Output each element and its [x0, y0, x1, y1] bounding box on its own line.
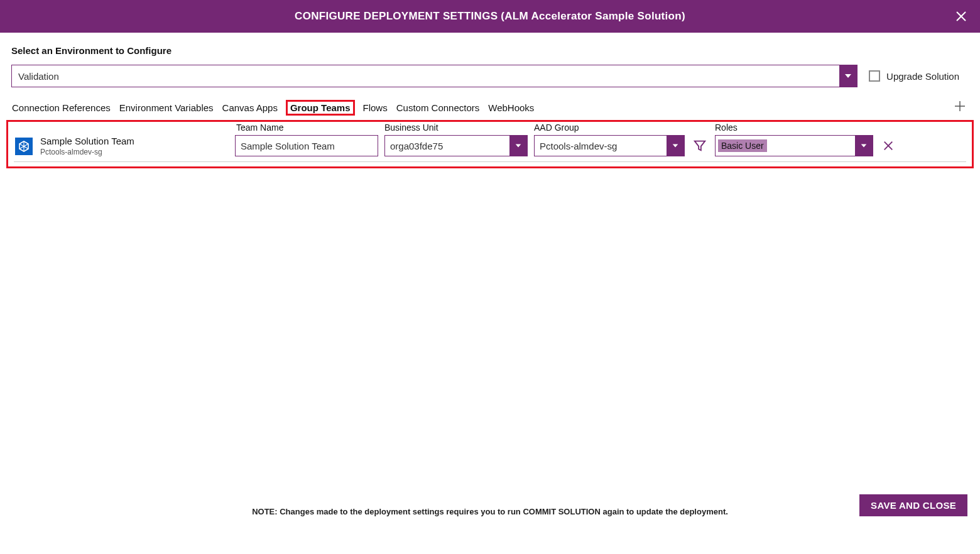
business-unit-value: orga03fde75	[385, 136, 509, 156]
business-unit-caret[interactable]	[509, 136, 527, 156]
chevron-down-icon	[860, 142, 868, 149]
close-icon	[883, 140, 894, 151]
tabs-row: Connection References Environment Variab…	[11, 99, 969, 116]
upgrade-solution-toggle[interactable]: Upgrade Solution	[869, 70, 969, 82]
environment-select-value: Validation	[12, 65, 839, 87]
tab-group-teams[interactable]: Group Teams	[286, 100, 355, 116]
dialog-header: CONFIGURE DEPLOYMENT SETTINGS (ALM Accel…	[0, 0, 980, 33]
plus-icon	[954, 100, 966, 112]
team-title: Sample Solution Team	[40, 136, 134, 146]
aad-group-select[interactable]: Pctools-almdev-sg	[534, 135, 685, 156]
environment-select-caret[interactable]	[839, 65, 857, 87]
team-icon	[15, 138, 33, 155]
upgrade-solution-label: Upgrade Solution	[886, 71, 959, 82]
tab-flows[interactable]: Flows	[362, 101, 388, 114]
aad-group-caret[interactable]	[667, 136, 684, 156]
close-button[interactable]	[952, 8, 970, 25]
environment-label: Select an Environment to Configure	[11, 45, 969, 56]
footer-note: NOTE: Changes made to the deployment set…	[252, 507, 728, 516]
environment-select[interactable]: Validation	[11, 65, 858, 87]
roles-caret[interactable]	[855, 136, 873, 156]
chevron-down-icon	[514, 142, 522, 149]
tab-connection-references[interactable]: Connection References	[11, 101, 111, 114]
group-icon	[18, 141, 30, 152]
column-business-unit: Business Unit	[384, 122, 528, 133]
column-team-name: Team Name	[235, 122, 378, 133]
tab-environment-variables[interactable]: Environment Variables	[119, 101, 214, 114]
business-unit-select[interactable]: orga03fde75	[384, 135, 528, 156]
tab-webhooks[interactable]: WebHooks	[487, 101, 535, 114]
filter-icon	[693, 139, 707, 153]
footer-note-bar: NOTE: Changes made to the deployment set…	[0, 507, 980, 516]
filter-button[interactable]	[691, 135, 709, 156]
tab-canvas-apps[interactable]: Canvas Apps	[222, 101, 278, 114]
team-name-value: Sample Solution Team	[236, 136, 378, 156]
upgrade-solution-checkbox[interactable]	[869, 70, 880, 82]
close-icon	[955, 10, 967, 23]
remove-row-button[interactable]	[879, 135, 897, 156]
team-identity: Sample Solution Team Pctools-almdev-sg	[13, 124, 229, 156]
add-row-button[interactable]	[954, 100, 966, 115]
role-tag[interactable]: Basic User	[718, 139, 767, 152]
dialog-title: CONFIGURE DEPLOYMENT SETTINGS (ALM Accel…	[295, 10, 685, 23]
save-and-close-button[interactable]: SAVE AND CLOSE	[859, 494, 967, 516]
team-subtitle: Pctools-almdev-sg	[40, 148, 134, 156]
column-roles: Roles	[715, 122, 873, 133]
column-aad-group: AAD Group	[534, 122, 685, 133]
tab-custom-connectors[interactable]: Custom Connectors	[396, 101, 481, 114]
team-name-input[interactable]: Sample Solution Team	[235, 135, 378, 156]
row-divider	[14, 161, 966, 162]
roles-select[interactable]: Basic User	[715, 135, 873, 156]
chevron-down-icon	[672, 142, 679, 149]
aad-group-value: Pctools-almdev-sg	[535, 136, 667, 156]
chevron-down-icon	[844, 72, 852, 80]
